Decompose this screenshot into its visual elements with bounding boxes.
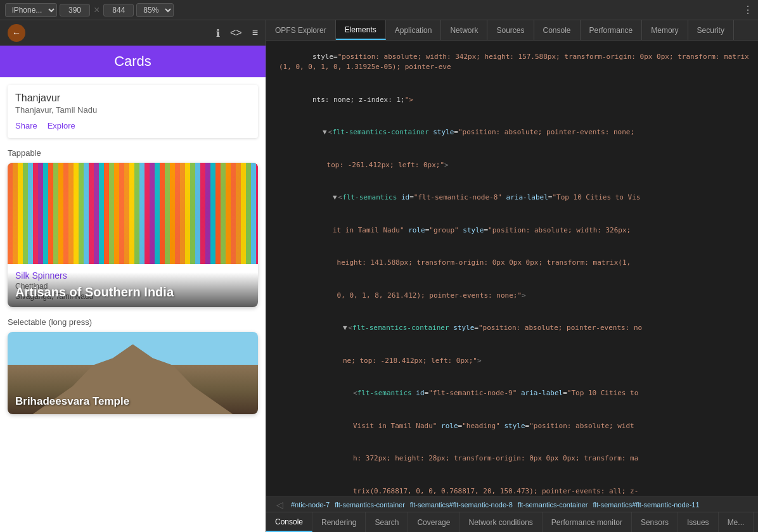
tappable-card-image [8, 163, 258, 264]
tab-security[interactable]: Security [688, 20, 734, 40]
html-line-10[interactable]: ne; top: -218.412px; left: 0px;"> [266, 345, 758, 377]
doc-icon[interactable]: ≡ [252, 27, 258, 39]
html-line-6[interactable]: it in Tamil Nadu" role="group" style="po… [266, 214, 758, 247]
app-title-bar: Cards [0, 46, 266, 77]
tab-elements[interactable]: Elements [336, 20, 386, 40]
phone-panel: ← ℹ <> ≡ Cards Thanjavur Thanjavur, Tami… [0, 20, 266, 532]
devtools-tabs: OPFS Explorer Elements Application Netwo… [266, 20, 758, 41]
dimension-separator: × [93, 4, 101, 16]
tappable-card[interactable]: Artisans of Southern India Silk Spinners… [8, 163, 258, 307]
html-line-8[interactable]: 0, 0, 1, 8, 261.412); pointer-events: no… [266, 279, 758, 312]
html-line-1[interactable]: style="position: absolute; width: 342px;… [266, 41, 758, 84]
tappable-section-label: Tappable [0, 146, 266, 160]
header-icons: ℹ <> ≡ [216, 27, 258, 39]
code-icon[interactable]: <> [230, 27, 242, 39]
breadcrumb-arrow[interactable]: ◁ [271, 500, 288, 510]
info-icon[interactable]: ℹ [216, 27, 220, 39]
tab-application[interactable]: Application [386, 20, 442, 40]
breadcrumb-item-1[interactable]: #ntic-node-7 [288, 501, 332, 509]
tab-performance[interactable]: Performance [581, 20, 643, 40]
explore-button[interactable]: Explore [48, 121, 75, 130]
card-simple: Thanjavur Thanjavur, Tamil Nadu Share Ex… [8, 85, 258, 138]
top-toolbar: iPhone... × 85% ⋮ [0, 0, 758, 20]
html-line-7[interactable]: height: 141.588px; transform-origin: 0px… [266, 247, 758, 280]
network-conditions-tool-btn[interactable]: Network conditions [459, 512, 542, 532]
app-title: Cards [114, 53, 151, 69]
html-line-2[interactable]: nts: none; z-index: 1;"> [266, 84, 758, 117]
tappable-card-overlay: Artisans of Southern India [8, 272, 258, 307]
back-icon: ← [12, 28, 21, 38]
phone-header: ← ℹ <> ≡ [0, 20, 266, 46]
coverage-tool-btn[interactable]: Coverage [408, 512, 459, 532]
device-selector[interactable]: iPhone... [5, 3, 57, 17]
devtools-bottom-toolbar: Console Rendering Search Coverage Networ… [266, 512, 758, 532]
threads-image [8, 163, 258, 264]
breadcrumb-item-2[interactable]: flt-semantics-container [332, 501, 408, 509]
card-actions: Share Explore [15, 121, 250, 130]
tab-sources[interactable]: Sources [487, 20, 534, 40]
devtools-html-tree: style="position: absolute; width: 342px;… [266, 41, 758, 497]
console-tool-btn[interactable]: Console [266, 512, 312, 532]
html-line-14[interactable]: trix(0.768817, 0, 0, 0.768817, 20, 150.4… [266, 475, 758, 497]
devtools-breadcrumb: ◁ #ntic-node-7 flt-semantics-container f… [266, 497, 758, 512]
html-line-11[interactable]: <flt-semantics id="flt-semantic-node-9" … [266, 377, 758, 410]
tab-network[interactable]: Network [441, 20, 487, 40]
breadcrumb-item-5[interactable]: flt-semantics#flt-semantic-node-11 [590, 501, 702, 509]
card-city: Thanjavur [15, 92, 250, 104]
tappable-card-title: Artisans of Southern India [15, 285, 250, 300]
rendering-tool-btn[interactable]: Rendering [312, 512, 366, 532]
tab-memory[interactable]: Memory [642, 20, 688, 40]
share-button[interactable]: Share [15, 121, 37, 130]
html-line-3[interactable]: ▼<flt-semantics-container style="positio… [266, 117, 758, 149]
height-input[interactable] [103, 4, 134, 16]
breadcrumb-item-4[interactable]: flt-semantics-container [515, 501, 591, 509]
tab-opfs-explorer[interactable]: OPFS Explorer [266, 20, 336, 40]
selectable-card-image: Brihadeesvara Temple [8, 332, 258, 414]
main-area: ← ℹ <> ≡ Cards Thanjavur Thanjavur, Tami… [0, 20, 758, 532]
tab-console[interactable]: Console [534, 20, 581, 40]
devtools-panel: OPFS Explorer Elements Application Netwo… [266, 20, 758, 532]
sensors-tool-btn[interactable]: Sensors [632, 512, 678, 532]
selectable-section-label: Selectable (long press) [0, 315, 266, 329]
search-tool-btn[interactable]: Search [366, 512, 408, 532]
more-tools-btn[interactable]: Me... [719, 512, 754, 532]
card-region: Thanjavur, Tamil Nadu [15, 105, 250, 115]
performance-monitor-tool-btn[interactable]: Performance monitor [543, 512, 632, 532]
html-line-9[interactable]: ▼<flt-semantics-container style="positio… [266, 312, 758, 345]
zoom-selector[interactable]: 85% [136, 3, 174, 17]
width-input[interactable] [60, 4, 90, 16]
html-line-13[interactable]: h: 372px; height: 28px; transform-origin… [266, 443, 758, 476]
back-button[interactable]: ← [8, 24, 25, 42]
more-options-icon[interactable]: ⋮ [743, 4, 753, 16]
html-line-12[interactable]: Visit in Tamil Nadu" role="heading" styl… [266, 410, 758, 443]
breadcrumb-item-3[interactable]: flt-semantics#flt-semantic-node-8 [408, 501, 515, 509]
issues-tool-btn[interactable]: Issues [678, 512, 719, 532]
selectable-card-title: Brihadeesvara Temple [15, 395, 129, 408]
html-line-4[interactable]: top: -261.412px; left: 0px;"> [266, 149, 758, 182]
html-line-5[interactable]: ▼<flt-semantics id="flt-semantic-node-8"… [266, 182, 758, 215]
selectable-card[interactable]: Brihadeesvara Temple [8, 332, 258, 414]
phone-app: Cards Thanjavur Thanjavur, Tamil Nadu Sh… [0, 46, 266, 532]
